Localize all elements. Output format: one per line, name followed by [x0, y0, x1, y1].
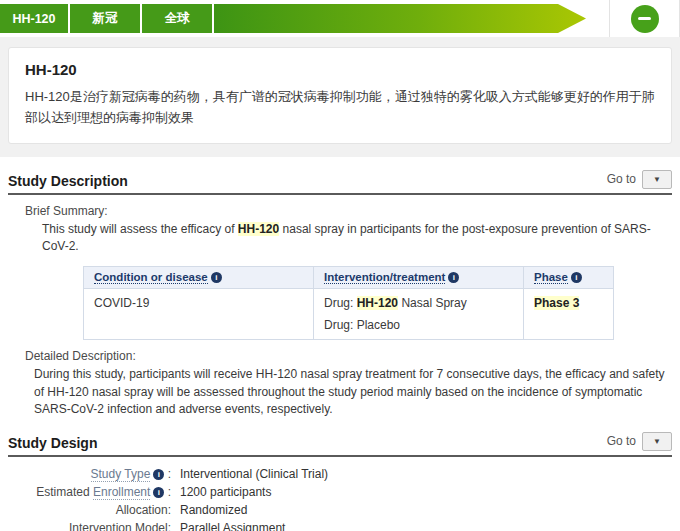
brief-summary-text: This study will assess the efficacy of H…	[8, 221, 672, 256]
tab-quanqiu[interactable]: 全球	[142, 4, 212, 33]
chevron-down-icon: ▼	[653, 437, 661, 446]
goto-control: Go to ▼	[607, 432, 672, 451]
condition-cell: COVID-19	[84, 289, 314, 340]
study-type-value: Interventional (Clinical Trial)	[180, 466, 328, 483]
detailed-description-text: During this study, participants will rec…	[8, 366, 672, 418]
design-row-intervention-model: Intervention Model: Parallel Assignment	[8, 520, 672, 531]
study-description-header: Study Description Go to ▼	[8, 170, 672, 195]
progress-arrow-banner	[214, 4, 586, 33]
phase-column-header: Phasei	[524, 267, 614, 289]
hero-band: HH-120 HH-120是治疗新冠病毒的药物，具有广谱的冠状病毒抑制功能，通过…	[0, 37, 680, 157]
design-row-study-type: Study Typei : Interventional (Clinical T…	[8, 466, 672, 483]
study-design-header: Study Design Go to ▼	[8, 432, 672, 457]
enrollment-link[interactable]: Enrollment	[93, 485, 150, 500]
allocation-label: Allocation:	[8, 502, 171, 519]
intervention-line-2: Drug: Placebo	[324, 318, 513, 332]
brief-summary-prefix: This study will assess the efficacy of	[42, 222, 238, 236]
section-title-study-description: Study Description	[8, 173, 128, 189]
intervention-model-value: Parallel Assignment	[180, 520, 285, 531]
info-icon[interactable]: i	[448, 272, 459, 283]
goto-dropdown[interactable]: ▼	[642, 432, 672, 451]
phase-header-link[interactable]: Phase	[534, 271, 568, 284]
intervention-column-header: Intervention/treatmenti	[314, 267, 524, 289]
design-row-enrollment: Estimated Enrollmenti : 1200 participant…	[8, 484, 672, 501]
highlighted-drug-name: HH-120	[238, 222, 279, 236]
drug-summary-card: HH-120 HH-120是治疗新冠病毒的药物，具有广谱的冠状病毒抑制功能，通过…	[8, 47, 672, 144]
phase-cell: Phase 3	[524, 289, 614, 340]
enrollment-value: 1200 participants	[180, 484, 271, 501]
study-type-link[interactable]: Study Type	[91, 467, 151, 482]
intervention-suffix: Nasal Spray	[398, 296, 467, 310]
goto-control: Go to ▼	[607, 170, 672, 189]
label-plain: Estimated	[36, 485, 93, 499]
chevron-down-icon: ▼	[653, 175, 661, 184]
intervention-model-label: Intervention Model:	[8, 520, 171, 531]
intervention-line-1: Drug: HH-120 Nasal Spray	[324, 296, 513, 310]
top-tab-bar: HH-120 新冠 全球	[0, 0, 680, 37]
table-row: COVID-19 Drug: HH-120 Nasal Spray Drug: …	[84, 289, 614, 340]
highlighted-drug-name: HH-120	[357, 296, 398, 310]
detailed-description-label: Detailed Description:	[8, 349, 672, 363]
colon: :	[164, 485, 171, 499]
intervention-cell: Drug: HH-120 Nasal Spray Drug: Placebo	[314, 289, 524, 340]
colon: :	[164, 467, 171, 481]
section-title-study-design: Study Design	[8, 435, 97, 451]
info-icon[interactable]: i	[153, 469, 164, 480]
brief-summary-label: Brief Summary:	[8, 204, 672, 218]
intervention-header-link[interactable]: Intervention/treatment	[324, 271, 445, 284]
design-row-allocation: Allocation: Randomized	[8, 502, 672, 519]
design-label: Study Typei :	[8, 466, 171, 483]
main-content: Study Description Go to ▼ Brief Summary:…	[0, 170, 680, 531]
tab-hh-120[interactable]: HH-120	[0, 4, 68, 33]
goto-label: Go to	[607, 172, 636, 186]
header-right-cell	[609, 0, 680, 37]
condition-header-link[interactable]: Condition or disease	[94, 271, 208, 284]
design-label: Estimated Enrollmenti :	[8, 484, 171, 501]
study-design-list: Study Typei : Interventional (Clinical T…	[8, 466, 672, 531]
info-icon[interactable]: i	[571, 272, 582, 283]
drug-card-description: HH-120是治疗新冠病毒的药物，具有广谱的冠状病毒抑制功能，通过独特的雾化吸入…	[25, 87, 655, 129]
allocation-value: Randomized	[180, 502, 247, 519]
goto-label: Go to	[607, 434, 636, 448]
phase-value: Phase 3	[534, 296, 579, 310]
minus-icon	[638, 17, 651, 20]
drug-card-title: HH-120	[25, 61, 655, 78]
info-icon[interactable]: i	[211, 272, 222, 283]
goto-dropdown[interactable]: ▼	[642, 170, 672, 189]
collapse-button[interactable]	[631, 5, 659, 33]
intervention-prefix: Drug:	[324, 296, 357, 310]
condition-column-header: Condition or diseasei	[84, 267, 314, 289]
condition-table: Condition or diseasei Intervention/treat…	[83, 266, 614, 340]
tab-xinguan[interactable]: 新冠	[70, 4, 140, 33]
info-icon[interactable]: i	[153, 487, 164, 498]
